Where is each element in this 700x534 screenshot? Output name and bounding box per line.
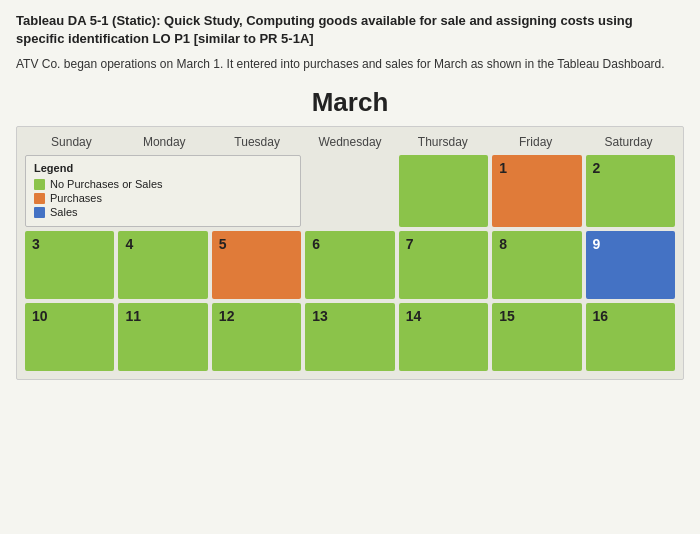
page-subtitle: ATV Co. began operations on March 1. It …: [16, 56, 684, 73]
calendar-cell-14: 14: [399, 303, 488, 371]
day-header: Tuesday: [211, 133, 304, 151]
calendar-cell-12: 12: [212, 303, 301, 371]
calendar-cell-day: [399, 155, 488, 227]
legend-item-label: Purchases: [50, 192, 102, 204]
day-header: Friday: [489, 133, 582, 151]
calendar-cell-9: 9: [586, 231, 675, 299]
legend-cell: LegendNo Purchases or SalesPurchasesSale…: [25, 155, 301, 227]
calendar-cell-11: 11: [118, 303, 207, 371]
legend-item-label: No Purchases or Sales: [50, 178, 163, 190]
calendar-cell-16: 16: [586, 303, 675, 371]
calendar-cell-3: 3: [25, 231, 114, 299]
calendar-cell-13: 13: [305, 303, 394, 371]
calendar-cell-5: 5: [212, 231, 301, 299]
page-title: Tableau DA 5-1 (Static): Quick Study, Co…: [16, 12, 684, 48]
calendar-cell-1: 1: [492, 155, 581, 227]
legend-item: No Purchases or Sales: [34, 178, 163, 190]
legend-swatch-blue: [34, 207, 45, 218]
calendar-cell-empty: [305, 155, 394, 227]
calendar-cell-2: 2: [586, 155, 675, 227]
legend-item-label: Sales: [50, 206, 78, 218]
calendar-grid: LegendNo Purchases or SalesPurchasesSale…: [25, 155, 675, 371]
legend-title: Legend: [34, 162, 73, 174]
calendar-cell-15: 15: [492, 303, 581, 371]
day-header: Thursday: [396, 133, 489, 151]
month-title: March: [16, 87, 684, 118]
legend-swatch-green: [34, 179, 45, 190]
day-header: Wednesday: [304, 133, 397, 151]
legend-item: Sales: [34, 206, 78, 218]
calendar-cell-6: 6: [305, 231, 394, 299]
legend-item: Purchases: [34, 192, 102, 204]
legend-swatch-orange: [34, 193, 45, 204]
calendar-cell-8: 8: [492, 231, 581, 299]
calendar-cell-7: 7: [399, 231, 488, 299]
day-headers: SundayMondayTuesdayWednesdayThursdayFrid…: [25, 133, 675, 151]
calendar-cell-4: 4: [118, 231, 207, 299]
calendar-cell-10: 10: [25, 303, 114, 371]
day-header: Monday: [118, 133, 211, 151]
day-header: Saturday: [582, 133, 675, 151]
calendar-wrapper: SundayMondayTuesdayWednesdayThursdayFrid…: [16, 126, 684, 380]
day-header: Sunday: [25, 133, 118, 151]
